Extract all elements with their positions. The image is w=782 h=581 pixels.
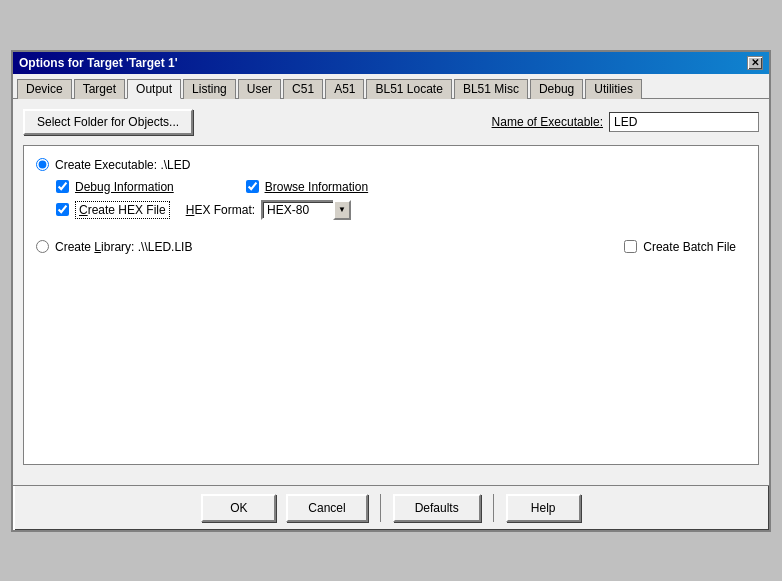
create-executable-radio[interactable] [36, 158, 49, 171]
browse-info-checkbox[interactable] [246, 180, 259, 193]
main-window: Options for Target 'Target 1' ✕ Device T… [11, 50, 771, 532]
debug-info-label: Debug Information [75, 180, 174, 194]
tab-target[interactable]: Target [74, 79, 125, 99]
create-batch-label: Create Batch File [643, 240, 736, 254]
name-exe-section: Name of Executable: [492, 112, 759, 132]
tab-utilities[interactable]: Utilities [585, 79, 642, 99]
hex-format-select[interactable]: HEX-80 HEX-386 [261, 200, 351, 220]
tab-user[interactable]: User [238, 79, 281, 99]
tab-bl51-locate[interactable]: BL51 Locate [366, 79, 451, 99]
debug-info-checkbox[interactable] [56, 180, 69, 193]
create-library-label: Create Library: .\\LED.LIB [55, 240, 192, 254]
library-right: Create Batch File [624, 240, 736, 254]
title-bar: Options for Target 'Target 1' ✕ [13, 52, 769, 74]
hex-format-row: Create HEX File HEX Format: HEX-80 HEX-3… [56, 200, 746, 220]
tab-output[interactable]: Output [127, 79, 181, 99]
hex-format-select-wrapper: HEX-80 HEX-386 ▼ [261, 200, 351, 220]
tab-listing[interactable]: Listing [183, 79, 236, 99]
main-panel: Create Executable: .\LED Debug Informati… [23, 145, 759, 465]
tab-a51[interactable]: A51 [325, 79, 364, 99]
name-exe-label: Name of Executable: [492, 115, 603, 129]
exe-name-input[interactable] [609, 112, 759, 132]
title-bar-controls: ✕ [747, 56, 763, 70]
create-library-radio[interactable] [36, 240, 49, 253]
top-section: Select Folder for Objects... Name of Exe… [23, 109, 759, 135]
bottom-buttons: OK Cancel Defaults Help [13, 485, 769, 530]
window-title: Options for Target 'Target 1' [19, 56, 178, 70]
button-divider [380, 494, 381, 522]
tab-debug[interactable]: Debug [530, 79, 583, 99]
hex-format-label: HEX Format: [186, 203, 255, 217]
library-left: Create Library: .\\LED.LIB [36, 240, 192, 254]
button-divider-2 [493, 494, 494, 522]
create-batch-checkbox[interactable] [624, 240, 637, 253]
create-hex-label: Create HEX File [75, 203, 170, 217]
create-executable-row: Create Executable: .\LED [36, 158, 746, 172]
close-button[interactable]: ✕ [747, 56, 763, 70]
browse-info-label: Browse Information [265, 180, 368, 194]
tab-bar: Device Target Output Listing User C51 A5… [13, 74, 769, 99]
content-area: Select Folder for Objects... Name of Exe… [13, 99, 769, 485]
create-executable-label: Create Executable: .\LED [55, 158, 190, 172]
library-row: Create Library: .\\LED.LIB Create Batch … [36, 240, 746, 254]
tab-bl51-misc[interactable]: BL51 Misc [454, 79, 528, 99]
tab-c51[interactable]: C51 [283, 79, 323, 99]
help-button[interactable]: Help [506, 494, 581, 522]
select-folder-button[interactable]: Select Folder for Objects... [23, 109, 193, 135]
debug-info-row: Debug Information Browse Information [56, 180, 746, 194]
cancel-button[interactable]: Cancel [286, 494, 367, 522]
create-hex-checkbox[interactable] [56, 203, 69, 216]
ok-button[interactable]: OK [201, 494, 276, 522]
defaults-button[interactable]: Defaults [393, 494, 481, 522]
tab-device[interactable]: Device [17, 79, 72, 99]
